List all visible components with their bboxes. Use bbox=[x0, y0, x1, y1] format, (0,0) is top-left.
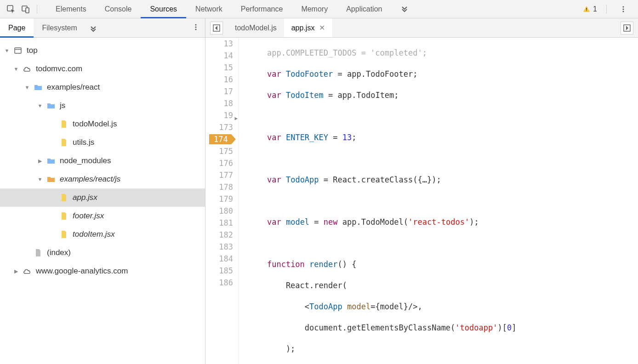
file-grey-icon bbox=[33, 249, 43, 257]
cloud-icon bbox=[22, 267, 32, 275]
file-yellow-icon bbox=[59, 212, 69, 220]
tree-label: footer.jsx bbox=[73, 211, 104, 221]
fold-icon[interactable]: ▶ bbox=[234, 113, 238, 125]
gutter-line[interactable]: 183 bbox=[205, 241, 233, 253]
tree-row[interactable]: ▼examples/react bbox=[0, 78, 205, 97]
svg-point-6 bbox=[622, 8, 624, 10]
disclosure-triangle-icon[interactable]: ▼ bbox=[37, 103, 43, 108]
gutter-line[interactable]: 16 bbox=[205, 74, 233, 85]
code[interactable]: app.COMPLETED_TODOS = 'completed'; var T… bbox=[239, 38, 638, 364]
warning-count: 1 bbox=[593, 5, 597, 13]
gutter-line[interactable]: 178 bbox=[205, 181, 233, 193]
gutter-line[interactable]: 15 bbox=[205, 62, 233, 74]
code-line: document.getElementsByClassName('todoapp… bbox=[248, 322, 638, 334]
code-line: function render() { bbox=[248, 258, 638, 270]
code-line: var TodoApp = React.createClass({…}); bbox=[248, 174, 638, 186]
tree-row[interactable]: ▼todomvc.com bbox=[0, 60, 205, 78]
tab-sources[interactable]: Sources bbox=[141, 0, 186, 18]
separator bbox=[37, 5, 37, 14]
disclosure-triangle-icon[interactable]: ▶ bbox=[37, 158, 43, 164]
gutter-line[interactable]: 181 bbox=[205, 217, 233, 229]
gutter-line[interactable]: 179 bbox=[205, 193, 233, 205]
device-toggle-icon[interactable] bbox=[18, 2, 33, 17]
disclosure-triangle-icon[interactable]: ▼ bbox=[37, 176, 43, 182]
gutter-line[interactable]: 176 bbox=[205, 157, 233, 169]
tree-label: node_modules bbox=[60, 156, 111, 165]
toggle-debugger-icon[interactable] bbox=[621, 22, 633, 34]
tree-row[interactable]: ▼top bbox=[0, 41, 205, 60]
code-line bbox=[248, 110, 638, 122]
close-icon[interactable]: ✕ bbox=[319, 23, 325, 32]
gutter-line[interactable]: 182 bbox=[205, 229, 233, 241]
nav-tab-overflow[interactable] bbox=[89, 24, 97, 32]
tree-row[interactable]: ▼examples/react/js bbox=[0, 170, 205, 188]
tab-application[interactable]: Application bbox=[337, 0, 391, 18]
disclosure-triangle-icon[interactable]: ▼ bbox=[13, 66, 19, 72]
code-line: app.COMPLETED_TODOS = 'completed'; bbox=[248, 47, 638, 59]
gutter-line[interactable]: 186 bbox=[205, 277, 233, 289]
disclosure-triangle-icon[interactable]: ▶ bbox=[13, 268, 19, 274]
tab-overflow[interactable] bbox=[391, 0, 418, 18]
gutter-line[interactable]: 18 bbox=[205, 97, 233, 109]
tree-row[interactable]: ▶node_modules bbox=[0, 152, 205, 170]
gutter-line[interactable]: 174 bbox=[205, 133, 233, 145]
file-yellow-icon bbox=[59, 230, 69, 239]
tree-row[interactable]: ▶www.google-analytics.com bbox=[0, 262, 205, 280]
code-area[interactable]: 13141516171819▶1731741751761771781791801… bbox=[205, 38, 638, 364]
editor-tab-todomodel[interactable]: todoModel.js bbox=[228, 18, 284, 37]
tab-network[interactable]: Network bbox=[186, 0, 232, 18]
editor-tab-app-jsx[interactable]: app.jsx ✕ bbox=[284, 18, 333, 37]
tree-label: todoModel.js bbox=[73, 119, 117, 129]
nav-tab-page[interactable]: Page bbox=[0, 18, 34, 37]
tab-performance[interactable]: Performance bbox=[232, 0, 292, 18]
tree-row[interactable]: ▼js bbox=[0, 97, 205, 115]
inspect-element-icon[interactable] bbox=[4, 2, 18, 17]
folder-blue-icon bbox=[46, 157, 56, 165]
svg-point-7 bbox=[622, 11, 624, 12]
gutter-line[interactable]: 185 bbox=[205, 265, 233, 277]
file-yellow-icon bbox=[59, 120, 69, 128]
nav-more-menu-icon[interactable] bbox=[192, 23, 199, 32]
navigator-tabs: Page Filesystem bbox=[0, 18, 205, 38]
svg-point-5 bbox=[622, 6, 624, 7]
toggle-navigator-icon[interactable] bbox=[210, 22, 223, 34]
tree-label: utils.js bbox=[73, 138, 94, 147]
gutter-line[interactable]: 175 bbox=[205, 145, 233, 157]
tab-elements[interactable]: Elements bbox=[46, 0, 96, 18]
tab-memory[interactable]: Memory bbox=[292, 0, 337, 18]
gutter-line[interactable]: 173 bbox=[205, 121, 233, 133]
disclosure-triangle-icon[interactable]: ▼ bbox=[24, 85, 30, 90]
tree-row[interactable]: (index) bbox=[0, 244, 205, 262]
file-yellow-icon bbox=[59, 193, 69, 202]
gutter-line[interactable]: 13 bbox=[205, 38, 233, 50]
gutter-line[interactable]: 19▶ bbox=[205, 109, 233, 121]
tree-row[interactable]: todoItem.jsx bbox=[0, 225, 205, 244]
gutter-line[interactable]: 184 bbox=[205, 253, 233, 265]
navigator-sidebar: Page Filesystem ▼top▼todomvc.com▼example… bbox=[0, 18, 205, 364]
disclosure-triangle-icon[interactable]: ▼ bbox=[4, 48, 10, 53]
warning-badge[interactable]: 1 bbox=[583, 5, 597, 13]
gutter-line[interactable]: 180 bbox=[205, 205, 233, 217]
tree-label: top bbox=[27, 46, 38, 55]
nav-tab-filesystem[interactable]: Filesystem bbox=[34, 18, 85, 37]
tree-row[interactable]: app.jsx bbox=[0, 188, 205, 207]
devtools-toolbar: Elements Console Sources Network Perform… bbox=[0, 0, 638, 18]
tree-row[interactable]: utils.js bbox=[0, 133, 205, 152]
folder-blue-icon bbox=[33, 84, 43, 91]
svg-rect-11 bbox=[15, 48, 21, 53]
tree-row[interactable]: footer.jsx bbox=[0, 207, 205, 225]
gutter-line[interactable]: 177 bbox=[205, 169, 233, 181]
more-menu-icon[interactable] bbox=[616, 2, 631, 17]
gutter-line[interactable]: 17 bbox=[205, 85, 233, 97]
svg-point-8 bbox=[195, 24, 196, 25]
tree-label: examples/react bbox=[47, 83, 100, 92]
editor-tabs: todoModel.js app.jsx ✕ bbox=[205, 18, 638, 38]
tab-console[interactable]: Console bbox=[96, 0, 141, 18]
gutter-line[interactable]: 14 bbox=[205, 50, 233, 62]
breakpoint-marker[interactable]: 174 bbox=[209, 134, 236, 144]
gutter[interactable]: 13141516171819▶1731741751761771781791801… bbox=[205, 38, 239, 364]
code-line: var model = new app.TodoModel('react-tod… bbox=[248, 216, 638, 228]
panel-tabs: Elements Console Sources Network Perform… bbox=[46, 0, 583, 18]
editor: todoModel.js app.jsx ✕ 13141516171819▶17… bbox=[205, 18, 638, 364]
tree-row[interactable]: todoModel.js bbox=[0, 115, 205, 133]
